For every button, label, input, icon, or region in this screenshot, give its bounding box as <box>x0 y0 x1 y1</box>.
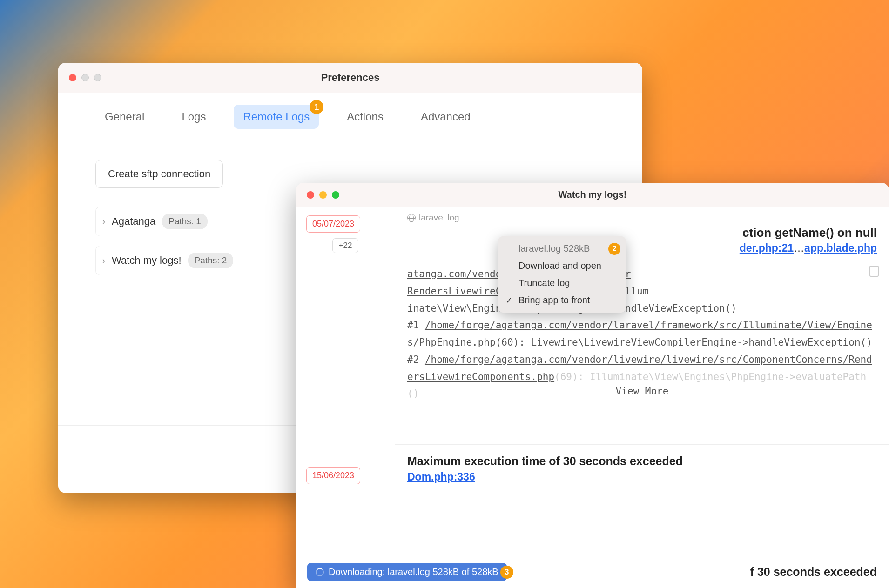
close-window-button[interactable] <box>307 191 314 199</box>
callout-badge-3: 3 <box>500 566 513 579</box>
trace-text: (60): Livewire\LivewireViewCompilerEngin… <box>496 337 872 348</box>
log-viewer-title: Watch my logs! <box>558 189 626 200</box>
minimize-window-button[interactable] <box>81 74 89 81</box>
menu-item-file-info: laravel.log 528kB 2 <box>498 240 626 257</box>
error-source-link[interactable]: Dom.php:336 <box>407 471 475 483</box>
error-title: ction getName() on null <box>407 226 877 240</box>
zoom-window-button[interactable] <box>332 191 339 199</box>
log-file-name: laravel.log <box>419 213 459 223</box>
check-icon: ✓ <box>505 295 512 306</box>
window-controls <box>307 191 339 199</box>
paths-badge: Paths: 2 <box>188 253 234 268</box>
preferences-tabs: General Logs Remote Logs 1 Actions Advan… <box>58 93 642 141</box>
menu-item-truncate-log[interactable]: Truncate log <box>498 274 626 292</box>
date-pill[interactable]: 15/06/2023 <box>306 467 360 484</box>
connection-name: Agatanga <box>112 215 155 227</box>
log-viewer-window: Watch my logs! 05/07/2023 +22 15/06/2023… <box>296 183 889 588</box>
log-viewer-body: 05/07/2023 +22 15/06/2023 laravel.log ct… <box>296 207 889 588</box>
chevron-right-icon: › <box>102 217 105 227</box>
trace-text: #1 <box>407 320 425 331</box>
view-more-button[interactable]: View More <box>609 381 675 402</box>
log-content: laravel.log ction getName() on null der.… <box>395 207 889 588</box>
dates-sidebar: 05/07/2023 +22 15/06/2023 <box>296 207 395 588</box>
tab-logs[interactable]: Logs <box>172 105 215 129</box>
close-window-button[interactable] <box>69 74 76 81</box>
globe-icon <box>407 214 416 222</box>
copy-icon[interactable] <box>869 266 879 277</box>
stack-trace: atanga.com/vendor/livewire/livewire/sr R… <box>407 266 877 402</box>
log-entry: Maximum execution time of 30 seconds exc… <box>407 454 683 483</box>
menu-item-bring-to-front[interactable]: ✓ Bring app to front <box>498 292 626 309</box>
tab-general[interactable]: General <box>95 105 154 129</box>
error-source-link[interactable]: der.php:21 <box>740 242 794 254</box>
callout-badge-1: 1 <box>310 100 323 114</box>
divider <box>395 444 889 445</box>
error-source-link[interactable]: app.blade.php <box>804 242 877 254</box>
spinner-icon <box>316 568 324 576</box>
paths-badge: Paths: 1 <box>162 214 208 229</box>
menu-item-label: Bring app to front <box>519 295 590 306</box>
preferences-title: Preferences <box>321 72 380 84</box>
download-progress-bar: Downloading: laravel.log 528kB of 528kB … <box>307 563 507 581</box>
zoom-window-button[interactable] <box>94 74 101 81</box>
tab-remote-logs-label: Remote Logs <box>243 110 310 123</box>
date-overflow-pill[interactable]: +22 <box>332 238 358 253</box>
callout-badge-2: 2 <box>608 243 620 255</box>
log-file-header[interactable]: laravel.log <box>407 213 877 223</box>
tab-remote-logs[interactable]: Remote Logs 1 <box>234 105 319 129</box>
trace-text: #2 <box>407 354 425 365</box>
window-controls <box>69 74 101 81</box>
download-status-text: Downloading: laravel.log 528kB of 528kB <box>329 567 498 577</box>
create-sftp-connection-button[interactable]: Create sftp connection <box>95 160 223 188</box>
preferences-titlebar: Preferences <box>58 63 642 93</box>
error-title: Maximum execution time of 30 seconds exc… <box>407 454 683 468</box>
menu-item-label: laravel.log 528kB <box>519 243 590 254</box>
log-entry: ction getName() on null der.php:21…app.b… <box>407 226 877 402</box>
log-file-context-menu: laravel.log 528kB 2 Download and open Tr… <box>498 236 626 313</box>
tab-actions[interactable]: Actions <box>337 105 393 129</box>
date-pill[interactable]: 05/07/2023 <box>306 215 360 233</box>
menu-item-download-open[interactable]: Download and open <box>498 257 626 274</box>
minimize-window-button[interactable] <box>319 191 327 199</box>
tab-advanced[interactable]: Advanced <box>411 105 480 129</box>
log-viewer-titlebar: Watch my logs! <box>296 183 889 207</box>
error-title-partial: f 30 seconds exceeded <box>750 565 877 579</box>
ellipsis: … <box>794 242 804 254</box>
connection-name: Watch my logs! <box>112 254 182 267</box>
chevron-right-icon: › <box>102 256 105 266</box>
